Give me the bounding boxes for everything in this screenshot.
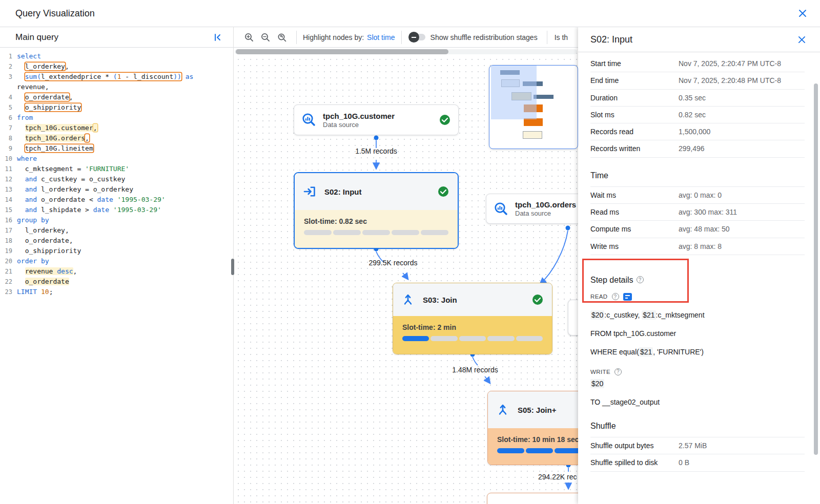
detail-row: Slot ms0.82 sec <box>590 107 805 123</box>
step-detail-line: $20:c_custkey, $21:c_mktsegment <box>590 311 805 319</box>
node-tpch-10g-customer[interactable]: tpch_10G.customer Data source <box>294 104 459 135</box>
shuffle-table: Shuffle output bytes2.57 MiBShuffle spil… <box>590 437 805 472</box>
code-line: 19 o_shippriority <box>2 246 231 256</box>
write-step-caption: WRITE ? <box>590 368 805 375</box>
code-line: 7 tpch_10G.customer, <box>2 123 231 133</box>
zoom-reset-button[interactable] <box>274 29 290 46</box>
close-icon <box>798 9 807 17</box>
code-line: 3 sum(l_extendedprice * (1 - l_discount)… <box>2 72 231 82</box>
step-detail-line: FROM tpch_10G.customer <box>590 329 805 338</box>
code-line: 10where <box>2 154 231 164</box>
toggle-knob <box>408 32 419 43</box>
node-tpch-10g-orders[interactable]: tpch_10G.orders Data source <box>486 194 593 224</box>
join-merge-icon <box>401 293 415 306</box>
splitter-drag-handle[interactable] <box>231 259 234 275</box>
detail-row: Duration0.35 sec <box>590 90 805 107</box>
code-line: 21 revenue desc, <box>2 266 231 277</box>
edge-label-records: 299.5K records <box>355 259 432 267</box>
toolbar-divider <box>547 31 547 44</box>
details-vscrollbar-thumb[interactable] <box>814 83 818 455</box>
detail-row: Wait msavg: 0 max: 0 <box>590 187 805 204</box>
input-stage-icon <box>303 185 316 198</box>
code-line: 5 o_shippriority <box>2 102 231 113</box>
code-line: 8 tpch_10G.orders, <box>2 133 231 143</box>
zoom-reset-icon <box>277 32 287 43</box>
code-line: 17 l_orderkey, <box>2 225 231 236</box>
minimap-node <box>524 118 543 126</box>
zoom-out-button[interactable] <box>257 29 274 46</box>
toolbar-divider <box>296 31 297 44</box>
main-query-header: Main query <box>0 27 233 48</box>
code-line: 20order by <box>2 256 231 266</box>
step-detail-line: WHERE equal($21, 'FURNITURE') <box>590 348 805 356</box>
canvas-hscrollbar[interactable] <box>235 49 577 54</box>
detail-row: End timeNov 7, 2025, 2:20:48 PM UTC-8 <box>590 72 805 89</box>
node-subtitle: Data source <box>515 209 586 217</box>
help-icon[interactable]: ? <box>614 368 622 375</box>
shuffle-stages-toggle[interactable] <box>410 34 425 40</box>
page-title: Query Visualization <box>15 8 95 19</box>
minimap-viewport[interactable] <box>491 66 537 119</box>
detail-row: Read msavg: 300 max: 311 <box>590 204 805 221</box>
time-section-heading: Time <box>590 171 805 180</box>
panel-splitter[interactable] <box>233 27 234 504</box>
node-title: tpch_10G.customer <box>323 112 439 120</box>
code-line: revenue, <box>2 82 231 92</box>
data-source-icon <box>301 112 317 128</box>
stage-header: S03: Join <box>393 283 552 316</box>
code-line: 13 and l_orderkey = o_orderkey <box>2 184 231 195</box>
collapse-left-icon <box>213 32 223 43</box>
edge-label-records: 1.5M records <box>338 147 415 155</box>
code-line: 11 c_mktsegment = 'FURNITURE' <box>2 164 231 174</box>
canvas-hscrollbar-thumb[interactable] <box>236 49 448 54</box>
stage-header: S02: Input <box>295 173 458 210</box>
step-details-heading: Step details? <box>590 276 805 285</box>
detail-row: Shuffle spilled to disk0 B <box>590 454 805 471</box>
step-detail-line: $20 <box>590 380 805 388</box>
minimap-node <box>523 131 542 139</box>
close-details-button[interactable] <box>793 31 810 48</box>
help-icon[interactable]: ? <box>612 293 619 300</box>
success-check-icon <box>439 114 451 126</box>
code-line: 6from <box>2 113 231 123</box>
stage-details-header: S02: Input <box>578 27 820 52</box>
close-visualization-button[interactable] <box>794 5 811 22</box>
zoom-in-icon <box>244 32 254 43</box>
code-line: 15 and l_shipdate > date '1995-03-29' <box>2 205 231 215</box>
write-step-lines: $20TO __stage02_output <box>590 380 805 406</box>
code-line: 2 l_orderkey, <box>2 61 231 72</box>
code-line: 14 and o_orderdate < date '1995-03-29' <box>2 195 231 205</box>
close-icon <box>798 36 806 44</box>
data-source-icon <box>494 201 509 217</box>
detail-row: Records read1,500,000 <box>590 123 805 140</box>
success-check-icon <box>437 185 449 198</box>
code-line: 18 o_orderdate, <box>2 236 231 246</box>
node-s02-input[interactable]: S02: Input Slot-time: 0.82 sec <box>294 172 459 249</box>
highlight-nodes-label: Highlight nodes by: <box>303 33 364 41</box>
code-line: 22 o_orderdate <box>2 277 231 287</box>
collapse-panel-button[interactable] <box>210 29 226 46</box>
help-icon[interactable]: ? <box>637 276 644 283</box>
success-check-icon <box>531 293 544 306</box>
code-line: 23LIMIT 10; <box>2 287 231 297</box>
feedback-link[interactable]: Is th <box>555 33 575 41</box>
dag-minimap[interactable] <box>489 65 578 149</box>
sql-code-editor[interactable]: 1select2 l_orderkey,3 sum(l_extendedpric… <box>0 48 233 297</box>
main-query-panel: Main query 1select2 l_orderkey,3 sum(l_e… <box>0 27 233 504</box>
code-line: 16group by <box>2 215 231 225</box>
stage-slot-section: Slot-time: 0.82 sec <box>295 210 458 248</box>
top-bar: Query Visualization <box>0 0 820 27</box>
stage-summary-table: Start timeNov 7, 2025, 2:20:47 PM UTC-8E… <box>590 55 805 158</box>
zoom-in-button[interactable] <box>241 29 257 46</box>
stage-title: S03: Join <box>423 296 531 304</box>
node-s03-join[interactable]: S03: Join Slot-time: 2 min <box>393 283 552 354</box>
join-merge-icon <box>496 403 509 416</box>
code-line: 1select <box>2 51 231 61</box>
slot-time-label: Slot-time: 0.82 sec <box>304 217 448 225</box>
slot-time-bar <box>304 230 448 235</box>
code-line: 9 tpch_10G.lineitem <box>2 143 231 154</box>
stage-details-body[interactable]: Start timeNov 7, 2025, 2:20:47 PM UTC-8E… <box>578 52 820 503</box>
step-detail-line: TO __stage02_output <box>590 398 805 406</box>
highlight-mode-select[interactable]: Slot time <box>367 33 395 41</box>
edge-label-records: 1.48M records <box>434 366 516 374</box>
